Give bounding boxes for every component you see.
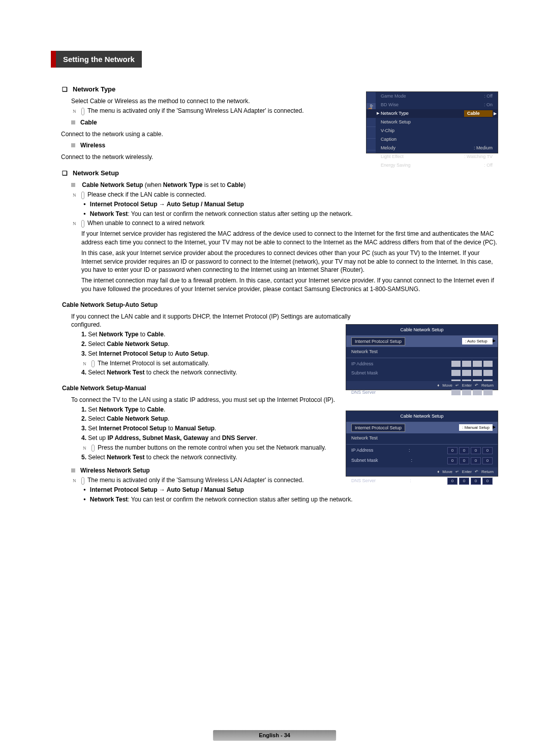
note-text: The menu is activated only if the 'Samsu…: [87, 477, 303, 484]
bullet: Network Test: You can test or confirm th…: [83, 210, 498, 218]
left-tabs: Setup: [367, 92, 376, 153]
menu-row: V-Chip: [367, 127, 498, 135]
text: Cable Network Setup: [107, 340, 168, 348]
text: Cable: [147, 331, 164, 338]
text: IP Address, Subnet Mask, Gateway: [107, 434, 208, 442]
text: Cable Network Setup: [107, 415, 168, 422]
note-text: Press the number buttons on the remote c…: [98, 444, 326, 451]
section-header: Setting the Network: [51, 51, 142, 68]
panel-title: Cable Network Setup: [346, 325, 498, 336]
text: Select: [88, 454, 107, 461]
note-icon: N: [92, 360, 95, 368]
note: NWhen unable to connect to a wired netwo…: [81, 219, 498, 228]
panel-footer: ♦Move↵Enter↶Return: [346, 467, 498, 476]
ip-row: IP Address: [346, 359, 498, 369]
note-icon: N: [81, 108, 84, 115]
panel-title: Cable Network Setup: [346, 411, 498, 422]
label: Wireless: [80, 142, 105, 149]
menu-row: Network Test: [346, 347, 498, 357]
body-text: If you connect the LAN cable and it supp…: [71, 312, 356, 330]
label: Wireless Network Setup: [80, 467, 150, 474]
text: Network Type: [99, 331, 139, 338]
text: Manual Setup: [175, 425, 215, 432]
menu-row: Caption: [367, 135, 498, 144]
enter-icon: ↵: [455, 469, 459, 474]
text: to: [166, 425, 175, 432]
note-icon: N: [81, 220, 84, 228]
ip-row: Subnet Mask:0000: [346, 456, 498, 466]
menu-row: Melody: Medium: [367, 144, 498, 152]
text: and: [208, 434, 222, 442]
page-footer: English - 34: [213, 730, 336, 741]
bullet: Internet Protocol Setup → Auto Setup / M…: [83, 486, 498, 494]
menu-row-selected: Internet Protocol Setup: Manual Setup: [346, 422, 498, 434]
tv-setup-panel: Setup ⚙ Game Mode: Off BD Wise: On Netwo…: [366, 91, 498, 153]
note-text: The Internet Protocol is set automatical…: [98, 360, 209, 367]
paragraph: The internet connection may fail due to …: [81, 276, 498, 294]
heading-network-setup: Network Setup: [62, 169, 498, 178]
note-text: When unable to connect to a wired networ…: [87, 219, 204, 227]
text: Set: [88, 406, 99, 413]
text: Set: [88, 350, 99, 357]
square-bullet-icon: [71, 468, 75, 472]
square-bullet-icon: [71, 143, 75, 147]
text: Select: [88, 415, 107, 422]
bullet: Network Test: You can test or confirm th…: [83, 495, 498, 504]
text: .: [168, 340, 169, 348]
panel-footer: ♦Move↵Enter↶Return: [346, 381, 498, 390]
menu-row: Energy Saving: Off: [367, 161, 498, 170]
text: (when: [143, 181, 163, 188]
note-text: Please check if the LAN cable is connect…: [87, 191, 206, 198]
tab-icon: [367, 92, 376, 104]
cns-manual-panel: Cable Network Setup Internet Protocol Se…: [346, 411, 498, 477]
text: .: [256, 434, 257, 442]
text: DNS Server: [222, 434, 256, 442]
cns-auto-panel: Cable Network Setup Internet Protocol Se…: [346, 324, 498, 390]
return-icon: ↶: [475, 469, 478, 474]
menu-row: Network Setup: [367, 118, 498, 127]
text: to: [139, 331, 147, 338]
label: Cable Network Setup: [82, 181, 143, 188]
text: .: [215, 425, 216, 432]
heading-auto: Cable Network Setup-Auto Setup: [62, 301, 498, 309]
text: Internet Protocol Setup: [99, 350, 167, 357]
paragraph: In this case, ask your Internet service …: [81, 249, 498, 274]
body-text: To connect the TV to the LAN using a sta…: [71, 396, 356, 404]
text: Select: [88, 369, 107, 376]
text: .: [164, 406, 165, 413]
text: Network Test: [90, 496, 128, 503]
menu-row-selected: Network TypeCable: [367, 109, 498, 118]
sub-cable-net-setup: Cable Network Setup (when Network Type i…: [71, 181, 498, 190]
text: Set: [88, 425, 99, 432]
text: : You can test or confirm the network co…: [128, 496, 352, 503]
tab-icon: [367, 139, 376, 150]
text: to check the network connectivity.: [145, 454, 237, 461]
text: .: [168, 415, 169, 422]
square-bullet-icon: [71, 120, 75, 124]
return-icon: ↶: [475, 383, 478, 388]
text: is set to: [203, 181, 227, 188]
ip-row: Subnet Mask: [346, 368, 498, 378]
text: Auto Setup: [175, 350, 207, 357]
text: Network Test: [107, 369, 144, 376]
text: Cable: [147, 406, 164, 413]
tab-icon: [367, 127, 376, 139]
square-bullet-icon: [71, 183, 75, 187]
menu-row: Game Mode: Off: [367, 92, 498, 101]
menu-row: BD Wise: On: [367, 101, 498, 109]
text: Internet Protocol Setup: [99, 425, 167, 432]
text: Cable: [227, 181, 244, 188]
text: Network Test: [107, 454, 144, 461]
note: NPlease check if the LAN cable is connec…: [81, 191, 498, 199]
note-icon: N: [81, 192, 84, 199]
text: ): [243, 181, 246, 188]
text: Network Test: [90, 210, 128, 217]
text: Select: [88, 340, 107, 348]
note-icon: N: [92, 445, 95, 452]
text: Set up: [88, 434, 107, 442]
note-icon: N: [81, 477, 84, 485]
paragraph: If your Internet service provider has re…: [81, 230, 498, 247]
menu-row: Network Test: [346, 433, 498, 443]
bullet: Internet Protocol Setup → Auto Setup / M…: [83, 200, 498, 209]
text: .: [207, 350, 209, 357]
